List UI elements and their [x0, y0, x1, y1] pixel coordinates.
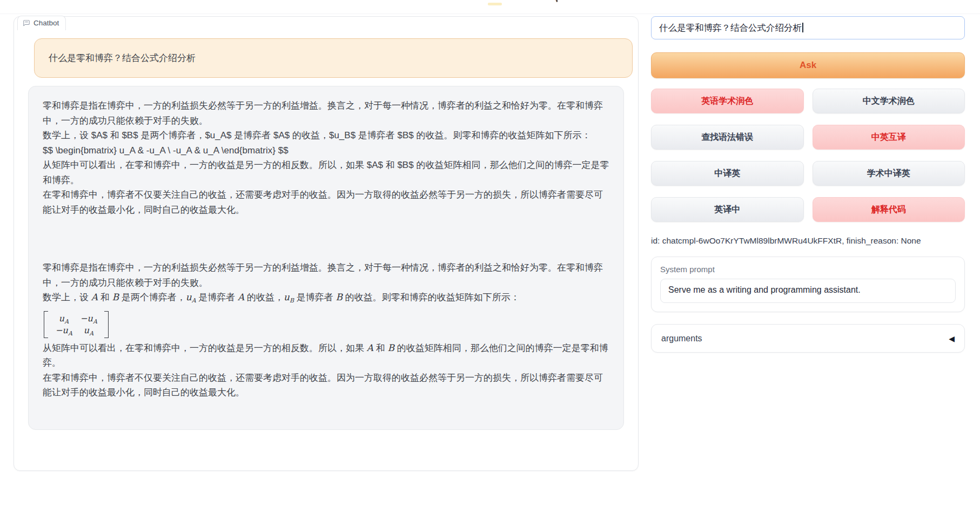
system-prompt-panel: System prompt Serve me as a writing and …	[651, 257, 965, 312]
bot-paragraph: 零和博弈是指在博弈中，一方的利益损失必然等于另一方的利益增益。换言之，对于每一种…	[43, 98, 609, 128]
function-button-grid: 英语学术润色 中文学术润色 查找语法错误 中英互译 中译英 学术中译英 英译中 …	[651, 89, 965, 222]
matrix-cell: uA	[51, 313, 76, 325]
top-divider	[0, 14, 980, 14]
fn-button-zh-en-mutual-translate[interactable]: 中英互译	[813, 125, 965, 150]
math-var: A	[91, 292, 98, 302]
matrix-left-bracket	[44, 311, 48, 338]
chat-bubble-icon	[23, 19, 30, 27]
math-var: A	[238, 292, 244, 302]
ask-button[interactable]: Ask	[651, 52, 965, 78]
fn-button-academic-zh-to-en[interactable]: 学术中译英	[813, 161, 965, 186]
fn-button-find-grammar-errors[interactable]: 查找语法错误	[651, 125, 804, 150]
bot-rendered-block: 零和博弈是指在博弈中，一方的利益损失必然等于另一方的利益增益。换言之，对于每一种…	[43, 260, 609, 400]
math-var: B	[387, 342, 394, 353]
matrix-cell: uA	[76, 325, 101, 336]
matrix-cell: −uA	[51, 325, 76, 336]
bot-paragraph: 零和博弈是指在博弈中，一方的利益损失必然等于另一方的利益增益。换言之，对于每一种…	[43, 260, 609, 290]
bot-latex-formula: $$ \begin{bmatrix} u_A & -u_A \ -u_A & u…	[43, 143, 609, 158]
math-var: A	[367, 342, 373, 353]
fn-button-chinese-academic-polish[interactable]: 中文学术润色	[813, 89, 965, 113]
payoff-matrix: uA −uA −uA uA	[44, 311, 609, 339]
arguments-accordion[interactable]: arguments ◀	[651, 324, 965, 353]
matrix-cell: −uA	[76, 313, 101, 325]
fn-button-en-to-zh[interactable]: 英译中	[651, 197, 804, 222]
math-var: uB	[284, 292, 294, 302]
response-status-line: id: chatcmpl-6wOo7KrYTwMl89lbrMWRu4UkFFX…	[651, 236, 965, 246]
chatbot-label: Chatbot	[17, 16, 66, 30]
bot-raw-block: 零和博弈是指在博弈中，一方的利益损失必然等于另一方的利益增益。换言之，对于每一种…	[43, 98, 609, 217]
matrix-right-bracket	[104, 311, 109, 338]
system-prompt-value: Serve me as a writing and programming as…	[668, 285, 861, 294]
question-input[interactable]: 什么是零和博弈？结合公式介绍分析	[651, 16, 965, 39]
arguments-label: arguments	[661, 334, 702, 343]
user-message: 什么是零和博弈？结合公式介绍分析	[34, 38, 633, 78]
bot-paragraph: 在零和博弈中，博弈者不仅要关注自己的收益，还需要考虑对手的收益。因为一方取得的收…	[43, 187, 609, 217]
fn-button-english-academic-polish[interactable]: 英语学术润色	[651, 89, 804, 113]
text-cursor	[802, 23, 803, 32]
bot-paragraph-with-math: 从矩阵中可以看出，在零和博弈中，一方的收益是另一方的相反数。所以，如果 A 和 …	[43, 341, 609, 370]
math-var: uA	[186, 292, 196, 302]
math-var: B	[336, 292, 343, 302]
math-var: B	[112, 292, 119, 302]
system-prompt-label: System prompt	[660, 265, 956, 274]
bot-paragraph: 在零和博弈中，博弈者不仅要关注自己的收益，还需要考虑对手的收益。因为一方取得的收…	[43, 370, 609, 400]
bot-paragraph: 从矩阵中可以看出，在零和博弈中，一方的收益是另一方的相反数。所以，如果 $A$ …	[43, 158, 609, 187]
bot-paragraph-with-math: 数学上，设 A 和 B 是两个博弈者，uA 是博弈者 A 的收益，uB 是博弈者…	[43, 290, 609, 308]
fn-button-zh-to-en[interactable]: 中译英	[651, 161, 804, 186]
title-underline-mark	[488, 3, 502, 5]
bot-paragraph: 数学上，设 $A$ 和 $B$ 是两个博弈者，$u_A$ 是博弈者 $A$ 的收…	[43, 128, 609, 143]
chatbot-label-text: Chatbot	[33, 19, 59, 27]
user-message-text: 什么是零和博弈？结合公式介绍分析	[49, 53, 196, 63]
question-input-value: 什么是零和博弈？结合公式介绍分析	[659, 23, 802, 32]
fn-button-explain-code[interactable]: 解释代码	[813, 197, 965, 222]
message-gap	[43, 217, 609, 260]
chatbot-panel: Chatbot 什么是零和博弈？结合公式介绍分析 零和博弈是指在博弈中，一方的利…	[14, 16, 639, 471]
control-column: 什么是零和博弈？结合公式介绍分析 Ask 英语学术润色 中文学术润色 查找语法错…	[651, 16, 965, 353]
collapse-arrow-icon: ◀	[949, 334, 955, 343]
system-prompt-input[interactable]: Serve me as a writing and programming as…	[660, 279, 956, 303]
bot-message: 零和博弈是指在博弈中，一方的利益损失必然等于另一方的利益增益。换言之，对于每一种…	[28, 86, 624, 430]
